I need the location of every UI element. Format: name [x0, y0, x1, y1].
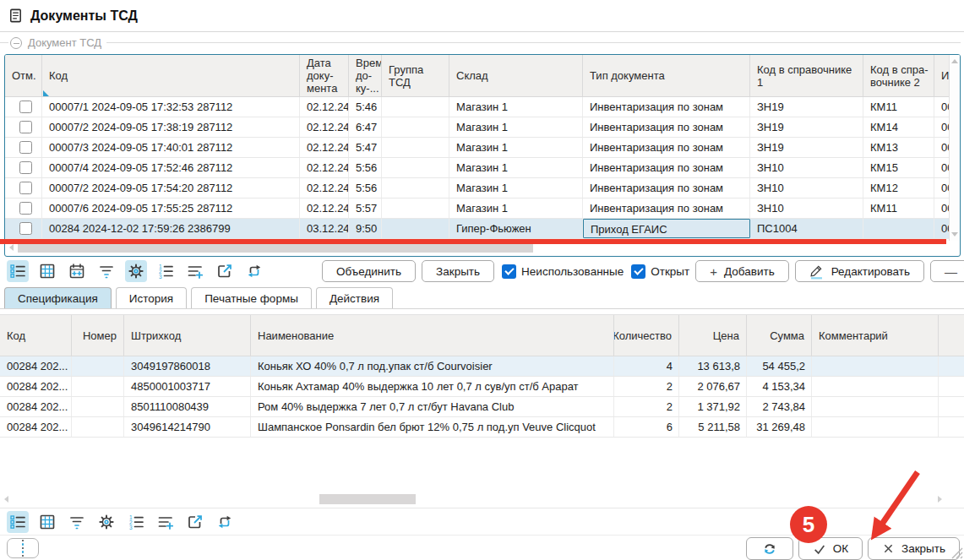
spec-cell-code: 00284 202... — [0, 377, 72, 396]
toolbar-open-external-button[interactable] — [214, 260, 236, 282]
doc-cell-ref2 — [863, 219, 934, 238]
doc-cell-group — [382, 117, 449, 137]
spec-table-row[interactable]: 00284 202...4850001003717Коньяк Ахтамар … — [0, 377, 964, 397]
spec-column-header-price[interactable]: Цена — [679, 315, 747, 356]
doc-column-header-time[interactable]: Врем до- ку-... — [349, 55, 382, 96]
doc-table-row[interactable]: 00007/4 2024-09-05 17:52:46 28711202.12.… — [5, 158, 960, 178]
doc-table-row[interactable]: 00007/1 2024-09-05 17:32:53 28711202.12.… — [5, 97, 960, 117]
scroll-left-icon[interactable] — [4, 496, 8, 503]
toolbar-grid-view-button[interactable] — [36, 511, 58, 533]
filter-icon — [68, 514, 85, 530]
spec-column-header-code[interactable]: Код — [0, 315, 72, 356]
toolbar-add-list-button[interactable] — [184, 260, 206, 282]
spec-cell-name: Коньяк ХО 40% 0,7 л под.упак ст/б Courvo… — [251, 356, 614, 376]
toolbar-filter-button[interactable] — [95, 260, 117, 282]
spec-table-row[interactable]: 00284 202...3049614214790Шампанское Pons… — [0, 417, 964, 438]
spec-column-header-qty[interactable]: Количество — [614, 315, 679, 356]
open-checkbox[interactable]: Открыт — [631, 264, 689, 279]
toolbar-list-view-button[interactable] — [7, 260, 29, 282]
tab-actions[interactable]: Действия — [316, 287, 393, 308]
spec-cell-barcode: 3049197860018 — [124, 356, 251, 376]
doc-cell-code: 00007/3 2024-09-05 17:40:01 287112 — [42, 138, 300, 157]
scroll-down-icon[interactable] — [951, 232, 958, 237]
doc-cell-ref2: КМ11 — [863, 198, 934, 218]
collapse-icon[interactable] — [10, 37, 22, 49]
toolbar-numbered-list-button[interactable]: 123 — [125, 511, 147, 533]
doc-vertical-scrollbar[interactable] — [949, 55, 960, 241]
toolbar-open-external-button[interactable] — [184, 511, 206, 533]
scroll-right-icon[interactable] — [938, 496, 942, 503]
check-icon — [813, 542, 826, 556]
doc-column-header-code[interactable]: Код — [42, 55, 300, 96]
doc-column-header-warehouse[interactable]: Склад — [449, 55, 583, 96]
doc-cell-group — [382, 158, 449, 177]
spec-column-header-barcode[interactable]: Штрихкод — [124, 315, 251, 356]
close-docs-button-label: Закрыть — [436, 265, 480, 278]
spec-column-header-sum[interactable]: Сумма — [747, 315, 812, 356]
doc-cell-code: 00007/6 2024-09-05 17:55:25 287112 — [42, 198, 300, 218]
doc-table-row[interactable]: 00007/2 2024-09-05 17:54:20 28711202.12.… — [5, 178, 960, 198]
toolbar-list-view-button[interactable] — [7, 511, 29, 533]
tab-history[interactable]: История — [116, 287, 187, 308]
row-checkbox[interactable] — [19, 141, 32, 154]
annotation-step-badge: 5 — [790, 506, 827, 543]
tab-specification[interactable]: Спецификация — [4, 287, 112, 308]
spec-column-header-number[interactable]: Номер — [72, 315, 124, 356]
doc-cell-group — [382, 219, 449, 238]
row-checkbox[interactable] — [19, 161, 32, 174]
doc-column-header-mark[interactable]: Отм. — [5, 55, 42, 96]
toolbar-numbered-list-button[interactable]: 123 — [155, 260, 177, 282]
toolbar-repeat-button[interactable] — [214, 511, 236, 533]
toolbar-calendar-add-button[interactable] — [66, 260, 88, 282]
close-docs-button[interactable]: Закрыть — [422, 260, 494, 282]
spec-table-row[interactable]: 00284 202...8501110080439Ром 40% выдержк… — [0, 397, 964, 417]
context-menu-button[interactable] — [7, 538, 39, 558]
row-checkbox[interactable] — [19, 222, 32, 235]
refresh-button[interactable] — [746, 537, 793, 560]
toolbar-repeat-button[interactable] — [243, 260, 265, 282]
unused-checkbox[interactable]: Неиспользованные — [502, 264, 624, 279]
spec-cell-price: 1 371,92 — [679, 397, 747, 416]
spec-column-header-name[interactable]: Наименование — [251, 315, 614, 356]
doc-cell-code: 00007/2 2024-09-05 17:38:19 287112 — [42, 117, 300, 137]
spec-table-row[interactable]: 00284 202...3049197860018Коньяк ХО 40% 0… — [0, 356, 964, 377]
doc-column-header-doc_type[interactable]: Тип документа — [583, 55, 750, 96]
merge-button[interactable]: Объединить — [322, 260, 416, 282]
tab-bar: СпецификацияИсторияПечатные формыДействи… — [4, 287, 393, 309]
add-button[interactable]: + Добавить — [695, 260, 788, 282]
delete-button[interactable]: — Удалить — [930, 260, 964, 282]
scrollbar-thumb[interactable] — [319, 494, 416, 504]
doc-table-row[interactable]: 00007/2 2024-09-05 17:38:19 28711202.12.… — [5, 117, 960, 138]
doc-cell-doc_type: Инвентаризация по зонам — [583, 198, 750, 218]
tab-print-forms[interactable]: Печатные формы — [191, 287, 312, 308]
toolbar-grid-view-button[interactable] — [36, 260, 58, 282]
doc-cell-ref2: КМ14 — [863, 117, 934, 137]
spec-horizontal-scrollbar[interactable] — [0, 493, 964, 505]
doc-column-header-date[interactable]: Дата доку- мента — [300, 55, 349, 96]
row-checkbox[interactable] — [19, 101, 32, 113]
doc-cell-time: 5:46 — [349, 97, 382, 117]
scroll-left-icon[interactable] — [9, 244, 14, 251]
doc-column-header-name[interactable]: Им — [934, 55, 950, 96]
doc-table-row[interactable]: 00284 2024-12-02 17:59:26 238679903.12.2… — [5, 219, 960, 239]
toolbar-settings-button[interactable] — [95, 511, 117, 533]
doc-column-header-group[interactable]: Группа ТСД — [382, 55, 449, 96]
spec-cell-price: 5 211,58 — [679, 417, 747, 437]
resize-grip[interactable] — [950, 546, 963, 559]
toolbar-filter-button[interactable] — [66, 511, 88, 533]
edit-button[interactable]: Редактировать — [795, 260, 924, 282]
scroll-up-icon[interactable] — [951, 59, 958, 63]
doc-table-row[interactable]: 00007/6 2024-09-05 17:55:25 28711202.12.… — [5, 198, 960, 219]
row-checkbox[interactable] — [19, 202, 32, 215]
doc-column-header-ref1[interactable]: Код в справочнике 1 — [750, 55, 863, 96]
spec-column-header-comment[interactable]: Комментарий — [812, 315, 939, 356]
close-button[interactable]: Закрыть — [868, 537, 960, 560]
doc-table-row[interactable]: 00007/3 2024-09-05 17:40:01 28711202.12.… — [5, 138, 960, 158]
scrollbar-thumb[interactable] — [18, 243, 533, 253]
row-checkbox[interactable] — [19, 182, 32, 194]
toolbar-add-list-button[interactable] — [155, 511, 177, 533]
doc-column-header-ref2[interactable]: Код в спра- вочнике 2 — [863, 55, 934, 96]
row-checkbox[interactable] — [19, 121, 32, 133]
list-view-icon — [9, 514, 26, 530]
toolbar-settings-button[interactable] — [125, 260, 147, 282]
